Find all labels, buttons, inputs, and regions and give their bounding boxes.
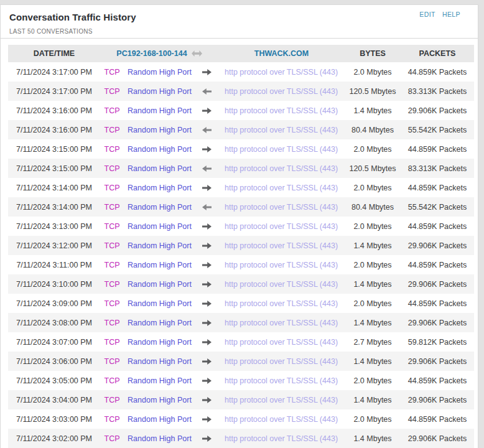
protocol-link[interactable]: TCP — [105, 68, 120, 77]
arrow-right-icon — [202, 397, 212, 403]
source-port-link[interactable]: Random High Port — [128, 357, 192, 366]
protocol-link[interactable]: TCP — [105, 396, 120, 404]
table-row: 7/11/2024 3:13:00 PM TCP Random High Por… — [8, 217, 474, 236]
cell-datetime: 7/11/2024 3:17:00 PM — [8, 68, 100, 77]
cell-service: http protocol over TLS/SSL (443) — [218, 415, 345, 424]
protocol-link[interactable]: TCP — [105, 241, 120, 250]
source-node-link[interactable]: PC192-168-100-144 — [116, 49, 187, 58]
cell-service: http protocol over TLS/SSL (443) — [218, 338, 345, 347]
service-link[interactable]: http protocol over TLS/SSL (443) — [225, 145, 338, 154]
service-link[interactable]: http protocol over TLS/SSL (443) — [225, 319, 338, 327]
source-port-link[interactable]: Random High Port — [128, 415, 192, 424]
edit-button[interactable]: EDIT — [419, 11, 435, 18]
source-port-link[interactable]: Random High Port — [128, 261, 192, 269]
cell-direction — [195, 320, 218, 326]
cell-service: http protocol over TLS/SSL (443) — [218, 222, 345, 231]
service-link[interactable]: http protocol over TLS/SSL (443) — [225, 415, 338, 424]
service-link[interactable]: http protocol over TLS/SSL (443) — [225, 357, 338, 366]
cell-service: http protocol over TLS/SSL (443) — [218, 299, 345, 308]
cell-protocol: TCP — [100, 222, 124, 231]
source-port-link[interactable]: Random High Port — [128, 338, 192, 347]
protocol-link[interactable]: TCP — [105, 338, 120, 347]
service-link[interactable]: http protocol over TLS/SSL (443) — [225, 299, 338, 308]
service-link[interactable]: http protocol over TLS/SSL (443) — [225, 241, 338, 250]
service-link[interactable]: http protocol over TLS/SSL (443) — [225, 434, 338, 443]
cell-packets: 44.859K Packets — [401, 145, 474, 154]
source-port-link[interactable]: Random High Port — [128, 280, 192, 289]
source-port-link[interactable]: Random High Port — [128, 299, 192, 308]
source-port-link[interactable]: Random High Port — [128, 145, 192, 154]
destination-node-link[interactable]: THWACK.COM — [254, 49, 309, 58]
cell-direction — [195, 301, 218, 307]
service-link[interactable]: http protocol over TLS/SSL (443) — [225, 222, 338, 231]
source-port-link[interactable]: Random High Port — [128, 106, 192, 115]
cell-bytes: 1.4 Mbytes — [345, 434, 401, 443]
cell-packets: 44.859K Packets — [401, 222, 474, 231]
source-port-link[interactable]: Random High Port — [128, 68, 192, 77]
source-port-link[interactable]: Random High Port — [128, 396, 192, 404]
widget-actions: EDIT HELP — [419, 11, 460, 18]
cell-direction — [195, 378, 218, 384]
cell-bytes: 2.0 Mbytes — [345, 299, 401, 308]
cell-bytes: 1.4 Mbytes — [345, 396, 401, 404]
cell-protocol: TCP — [100, 299, 124, 308]
service-link[interactable]: http protocol over TLS/SSL (443) — [225, 184, 338, 192]
source-port-link[interactable]: Random High Port — [128, 434, 192, 443]
protocol-link[interactable]: TCP — [105, 280, 120, 289]
protocol-link[interactable]: TCP — [105, 145, 120, 154]
cell-source-port: Random High Port — [124, 357, 195, 366]
source-port-link[interactable]: Random High Port — [128, 126, 192, 134]
protocol-link[interactable]: TCP — [105, 299, 120, 308]
cell-bytes: 1.4 Mbytes — [345, 241, 401, 250]
cell-direction — [195, 339, 218, 345]
cell-service: http protocol over TLS/SSL (443) — [218, 280, 345, 289]
cell-source-port: Random High Port — [124, 338, 195, 347]
protocol-link[interactable]: TCP — [105, 434, 120, 443]
service-link[interactable]: http protocol over TLS/SSL (443) — [225, 87, 338, 96]
protocol-link[interactable]: TCP — [105, 261, 120, 269]
cell-packets: 29.906K Packets — [401, 434, 474, 443]
cell-bytes: 120.5 Mbytes — [345, 164, 401, 173]
service-link[interactable]: http protocol over TLS/SSL (443) — [225, 280, 338, 289]
cell-packets: 44.859K Packets — [401, 299, 474, 308]
service-link[interactable]: http protocol over TLS/SSL (443) — [225, 376, 338, 385]
protocol-link[interactable]: TCP — [105, 203, 120, 212]
header-destination: THWACK.COM — [218, 49, 345, 58]
source-port-link[interactable]: Random High Port — [128, 164, 192, 173]
source-port-link[interactable]: Random High Port — [128, 319, 192, 327]
help-button[interactable]: HELP — [442, 11, 460, 18]
cell-packets: 29.906K Packets — [401, 319, 474, 327]
source-port-link[interactable]: Random High Port — [128, 376, 192, 385]
source-port-link[interactable]: Random High Port — [128, 222, 192, 231]
service-link[interactable]: http protocol over TLS/SSL (443) — [225, 106, 338, 115]
service-link[interactable]: http protocol over TLS/SSL (443) — [225, 68, 338, 77]
service-link[interactable]: http protocol over TLS/SSL (443) — [225, 338, 338, 347]
cell-datetime: 7/11/2024 3:06:00 PM — [8, 357, 100, 366]
conversation-traffic-history-widget: Conversation Traffic History LAST 50 CON… — [0, 4, 478, 448]
cell-bytes: 2.0 Mbytes — [345, 68, 401, 77]
protocol-link[interactable]: TCP — [105, 87, 120, 96]
service-link[interactable]: http protocol over TLS/SSL (443) — [225, 164, 338, 173]
protocol-link[interactable]: TCP — [105, 164, 120, 173]
service-link[interactable]: http protocol over TLS/SSL (443) — [225, 126, 338, 134]
protocol-link[interactable]: TCP — [105, 126, 120, 134]
protocol-link[interactable]: TCP — [105, 222, 120, 231]
arrow-right-icon — [202, 262, 212, 268]
protocol-link[interactable]: TCP — [105, 376, 120, 385]
cell-bytes: 80.4 Mbytes — [345, 126, 401, 134]
protocol-link[interactable]: TCP — [105, 184, 120, 192]
cell-protocol: TCP — [100, 241, 124, 250]
protocol-link[interactable]: TCP — [105, 106, 120, 115]
protocol-link[interactable]: TCP — [105, 357, 120, 366]
cell-service: http protocol over TLS/SSL (443) — [218, 126, 345, 134]
protocol-link[interactable]: TCP — [105, 319, 120, 327]
source-port-link[interactable]: Random High Port — [128, 203, 192, 212]
service-link[interactable]: http protocol over TLS/SSL (443) — [225, 261, 338, 269]
protocol-link[interactable]: TCP — [105, 415, 120, 424]
service-link[interactable]: http protocol over TLS/SSL (443) — [225, 203, 338, 212]
source-port-link[interactable]: Random High Port — [128, 184, 192, 192]
source-port-link[interactable]: Random High Port — [128, 241, 192, 250]
cell-direction — [195, 416, 218, 422]
source-port-link[interactable]: Random High Port — [128, 87, 192, 96]
service-link[interactable]: http protocol over TLS/SSL (443) — [225, 396, 338, 404]
